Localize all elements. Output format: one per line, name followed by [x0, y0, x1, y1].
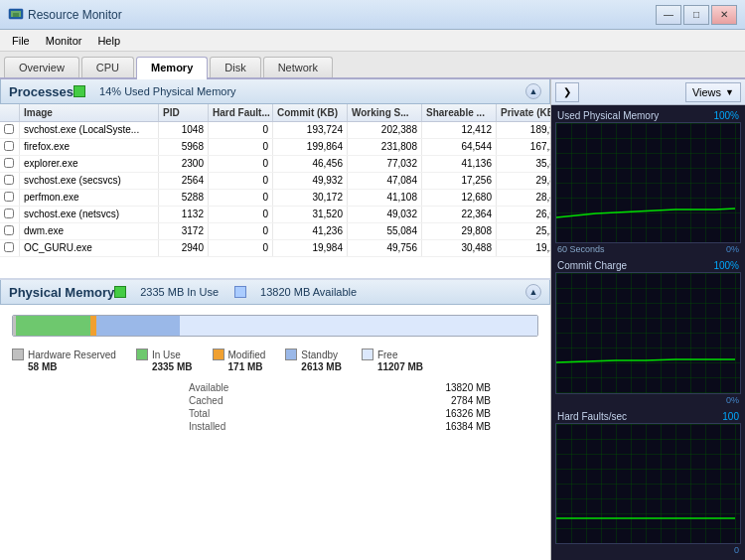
td-image: perfmon.exe	[20, 190, 159, 206]
chart2-body	[555, 272, 741, 393]
physical-inuse-status: 2335 MB In Use	[140, 286, 219, 298]
tab-memory[interactable]: Memory	[136, 57, 208, 79]
td-image: svchost.exe (netsvcs)	[20, 207, 159, 222]
td-pid: 2300	[159, 156, 209, 172]
td-check	[0, 122, 20, 138]
minimize-button[interactable]: —	[656, 5, 681, 25]
chart2-labels: 0%	[555, 394, 741, 406]
menu-help[interactable]: Help	[89, 33, 128, 49]
charts-section: Used Physical Memory 100% 60 Seconds 0%	[551, 105, 745, 560]
processes-header[interactable]: Processes 14% Used Physical Memory ▲	[0, 79, 550, 104]
td-pid: 1132	[159, 207, 209, 222]
stat-available-label: Available	[189, 382, 327, 393]
legend-title-standby: Standby	[301, 350, 338, 360]
td-commit: 30,172	[273, 190, 348, 206]
physical-memory-header[interactable]: Physical Memory 2335 MB In Use 13820 MB …	[0, 280, 550, 305]
table-row[interactable]: explorer.exe 2300 0 46,456 77,032 41,136…	[0, 156, 550, 173]
td-commit: 46,456	[273, 156, 348, 172]
processes-label: Processes	[9, 84, 74, 99]
td-shareable: 64,544	[422, 139, 497, 155]
td-pid: 3172	[159, 223, 209, 239]
chart3-zero: 0	[732, 544, 741, 556]
th-image[interactable]: Image	[20, 104, 159, 121]
legend-value-standby: 2613 MB	[285, 361, 342, 372]
th-shareable[interactable]: Shareable ...	[422, 104, 497, 121]
th-hard-fault[interactable]: Hard Fault...	[209, 104, 273, 121]
td-check	[0, 139, 20, 155]
tab-bar: Overview CPU Memory Disk Network	[0, 52, 745, 79]
td-hard-fault: 0	[209, 122, 273, 138]
app-icon	[8, 6, 24, 24]
chart-hard-faults: Hard Faults/sec 100 0	[555, 410, 741, 556]
th-private[interactable]: Private (KB)	[497, 104, 550, 121]
table-row[interactable]: svchost.exe (netsvcs) 1132 0 31,520 49,0…	[0, 207, 550, 223]
table-row[interactable]: OC_GURU.exe 2940 0 19,984 49,756 30,488 …	[0, 240, 550, 257]
td-check	[0, 190, 20, 206]
td-check	[0, 156, 20, 172]
processes-table-body[interactable]: svchost.exe (LocalSyste... 1048 0 193,72…	[0, 122, 550, 278]
td-image: dwm.exe	[20, 223, 159, 239]
right-expand-button[interactable]: ❯	[555, 82, 579, 102]
td-shareable: 41,136	[422, 156, 497, 172]
td-pid: 2564	[159, 173, 209, 189]
td-commit: 193,724	[273, 122, 348, 138]
chart2-header: Commit Charge 100%	[555, 259, 741, 272]
td-hard-fault: 0	[209, 139, 273, 155]
td-pid: 5288	[159, 190, 209, 206]
legend-free: Free 11207 MB	[362, 349, 423, 372]
views-dropdown-icon: ▼	[725, 87, 734, 97]
table-row[interactable]: perfmon.exe 5288 0 30,172 41,108 12,680 …	[0, 190, 550, 207]
tab-network[interactable]: Network	[263, 57, 333, 77]
chart1-header: Used Physical Memory 100%	[555, 109, 741, 122]
td-image: firefox.exe	[20, 139, 159, 155]
chart2-line	[556, 273, 740, 392]
chart3-time	[555, 544, 559, 556]
bar-standby	[96, 316, 180, 336]
window-title: Resource Monitor	[28, 8, 656, 22]
table-row[interactable]: svchost.exe (LocalSyste... 1048 0 193,72…	[0, 122, 550, 139]
td-shareable: 12,412	[422, 122, 497, 138]
td-check	[0, 223, 20, 239]
left-panel: Processes 14% Used Physical Memory ▲ Ima…	[0, 79, 551, 560]
stat-total-label: Total	[189, 408, 327, 419]
th-pid[interactable]: PID	[159, 104, 209, 121]
menu-file[interactable]: File	[4, 33, 38, 49]
td-working: 202,388	[348, 122, 422, 138]
table-row[interactable]: svchost.exe (secsvcs) 2564 0 49,932 47,0…	[0, 173, 550, 190]
maximize-button[interactable]: □	[683, 5, 709, 25]
memory-legend: Hardware Reserved 58 MB In Use 2335 MB M…	[0, 343, 550, 378]
menu-monitor[interactable]: Monitor	[38, 33, 90, 49]
td-commit: 49,932	[273, 173, 348, 189]
th-working[interactable]: Working S...	[348, 104, 422, 121]
td-hard-fault: 0	[209, 207, 273, 222]
table-row[interactable]: firefox.exe 5968 0 199,864 231,808 64,54…	[0, 139, 550, 156]
td-shareable: 22,364	[422, 207, 497, 222]
tab-cpu[interactable]: CPU	[81, 57, 134, 77]
table-row[interactable]: dwm.exe 3172 0 41,236 55,084 29,808 25,2…	[0, 223, 550, 240]
window-controls: — □ ✕	[656, 5, 737, 25]
chart2-pct: 100%	[713, 260, 739, 271]
th-commit[interactable]: Commit (KB)	[273, 104, 348, 121]
td-private: 189,976	[497, 122, 550, 138]
legend-box-inuse	[136, 349, 148, 360]
td-shareable: 17,256	[422, 173, 497, 189]
memory-bar	[12, 315, 538, 337]
chart1-labels: 60 Seconds 0%	[555, 243, 741, 255]
legend-inuse: In Use 2335 MB	[136, 349, 193, 372]
tab-disk[interactable]: Disk	[210, 57, 260, 77]
td-pid: 1048	[159, 122, 209, 138]
close-button[interactable]: ✕	[711, 5, 737, 25]
right-panel: ❯ Views ▼ Used Physical Memory 100%	[551, 79, 745, 560]
td-hard-fault: 0	[209, 223, 273, 239]
stat-cached-label: Cached	[189, 395, 327, 406]
stat-available-value: 13820 MB	[347, 382, 491, 393]
td-private: 25,276	[497, 223, 550, 239]
td-working: 47,084	[348, 173, 422, 189]
td-commit: 199,864	[273, 139, 348, 155]
views-button[interactable]: Views ▼	[685, 82, 741, 102]
physical-memory-collapse-button[interactable]: ▲	[525, 284, 541, 300]
td-working: 41,108	[348, 190, 422, 206]
tab-overview[interactable]: Overview	[4, 57, 79, 77]
processes-collapse-button[interactable]: ▲	[525, 83, 541, 99]
legend-title-modified: Modified	[228, 350, 266, 360]
